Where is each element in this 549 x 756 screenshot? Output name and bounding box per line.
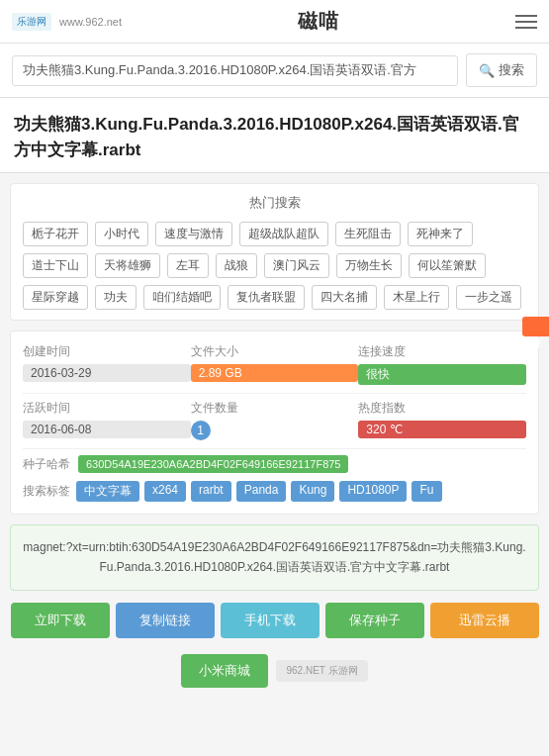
hot-tag[interactable]: 小时代 bbox=[95, 222, 148, 246]
hot-tag[interactable]: 一步之遥 bbox=[456, 285, 521, 310]
search-tags-container: 中文字幕x264rarbtPandaKungHD1080PFu bbox=[76, 481, 442, 502]
file-size-value: 2.89 GB bbox=[191, 364, 359, 382]
hot-tag[interactable]: 天将雄狮 bbox=[95, 253, 160, 278]
info-col-file-count: 文件数量 1 bbox=[191, 400, 359, 440]
info-col-connect-speed: 连接速度 很快 bbox=[358, 343, 526, 385]
hot-tag[interactable]: 战狼 bbox=[216, 253, 257, 278]
site-url: www.962.net bbox=[59, 16, 122, 28]
watermark-text: 962.NET 乐游网 bbox=[286, 664, 357, 678]
hamburger-menu[interactable] bbox=[515, 15, 537, 29]
info-divider-2 bbox=[23, 448, 526, 449]
share-tab[interactable]: 分享 bbox=[522, 317, 549, 336]
create-time-label: 创建时间 bbox=[23, 343, 191, 360]
top-bar: 乐游网 www.962.net 磁喵 bbox=[0, 0, 549, 44]
file-size-label: 文件大小 bbox=[191, 343, 359, 360]
page-title-area: 功夫熊猫3.Kung.Fu.Panda.3.2016.HD1080P.x264.… bbox=[0, 98, 549, 173]
info-col-create-time: 创建时间 2016-03-29 bbox=[23, 343, 191, 382]
heat-index-label: 热度指数 bbox=[358, 400, 526, 417]
top-bar-left: 乐游网 www.962.net bbox=[12, 13, 122, 31]
active-time-date: 2016-06-08 bbox=[23, 421, 191, 438]
hot-tag[interactable]: 生死阻击 bbox=[335, 222, 401, 246]
info-divider-1 bbox=[23, 393, 526, 394]
copy-link-button[interactable]: 复制链接 bbox=[116, 603, 215, 638]
hot-tag[interactable]: 四大名捕 bbox=[312, 285, 377, 310]
thunder-button[interactable]: 迅雷云播 bbox=[430, 603, 539, 638]
hot-tag[interactable]: 咱们结婚吧 bbox=[143, 285, 221, 310]
search-tag[interactable]: x264 bbox=[144, 481, 186, 502]
hash-value[interactable]: 630D54A19E230A6A2BD4F02F649166E92117F875 bbox=[78, 455, 348, 473]
create-time-date: 2016-03-29 bbox=[23, 364, 191, 382]
logo: 磁喵 bbox=[298, 8, 339, 35]
search-input[interactable] bbox=[12, 55, 458, 86]
info-col-file-size: 文件大小 2.89 GB bbox=[191, 343, 359, 382]
search-tag[interactable]: rarbt bbox=[191, 481, 231, 502]
active-time-label: 活跃时间 bbox=[23, 400, 191, 417]
search-tag[interactable]: Panda bbox=[236, 481, 287, 502]
hamburger-line-1 bbox=[515, 15, 537, 17]
hot-tag[interactable]: 木星上行 bbox=[384, 285, 449, 310]
app-button[interactable]: 小米商城 bbox=[181, 654, 268, 688]
hamburger-line-3 bbox=[515, 27, 537, 29]
connect-speed-value: 很快 bbox=[358, 364, 526, 385]
save-seed-button[interactable]: 保存种子 bbox=[325, 603, 424, 638]
hot-tag[interactable]: 万物生长 bbox=[336, 253, 402, 278]
tags-label: 搜索标签 bbox=[23, 483, 70, 500]
tags-row: 搜索标签 中文字幕x264rarbtPandaKungHD1080PFu bbox=[23, 481, 526, 502]
hash-label: 种子哈希 bbox=[23, 456, 70, 473]
hot-tag[interactable]: 栀子花开 bbox=[23, 222, 88, 246]
search-icon: 🔍 bbox=[479, 63, 495, 78]
watermark: 962.NET 乐游网 bbox=[276, 660, 367, 682]
hot-tag[interactable]: 星际穿越 bbox=[23, 285, 88, 310]
file-count-label: 文件数量 bbox=[191, 400, 359, 417]
hot-tags-container: 栀子花开小时代速度与激情超级战队超队生死阻击死神来了道士下山天将雄狮左耳战狼澳门… bbox=[23, 222, 526, 310]
magnet-box[interactable]: magnet:?xt=urn:btih:630D54A19E230A6A2BD4… bbox=[10, 524, 539, 591]
action-buttons: 立即下载 复制链接 手机下载 保存种子 迅雷云播 bbox=[0, 591, 549, 644]
download-button[interactable]: 立即下载 bbox=[11, 603, 110, 638]
search-tag[interactable]: Kung bbox=[291, 481, 334, 502]
mobile-download-button[interactable]: 手机下载 bbox=[221, 603, 320, 638]
heat-index-value: 320 ℃ bbox=[358, 421, 526, 438]
info-row-2: 活跃时间 2016-06-08 文件数量 1 热度指数 320 ℃ bbox=[23, 400, 526, 440]
page-title: 功夫熊猫3.Kung.Fu.Panda.3.2016.HD1080P.x264.… bbox=[14, 112, 535, 162]
hot-tag[interactable]: 死神来了 bbox=[408, 222, 473, 246]
search-tag[interactable]: HD1080P bbox=[339, 481, 407, 502]
search-button[interactable]: 🔍 搜索 bbox=[466, 53, 537, 87]
magnet-text: magnet:?xt=urn:btih:630D54A19E230A6A2BD4… bbox=[23, 540, 525, 574]
bottom-area: 小米商城 962.NET 乐游网 bbox=[0, 644, 549, 698]
hot-search-title: 热门搜索 bbox=[23, 194, 526, 212]
info-col-active-time: 活跃时间 2016-06-08 bbox=[23, 400, 191, 438]
hot-tag[interactable]: 功夫 bbox=[95, 285, 137, 310]
search-tag[interactable]: Fu bbox=[412, 481, 441, 502]
search-tag[interactable]: 中文字幕 bbox=[76, 481, 139, 502]
hot-tag[interactable]: 澳门风云 bbox=[264, 253, 329, 278]
hot-tag[interactable]: 速度与激情 bbox=[155, 222, 232, 246]
site-badge: 乐游网 bbox=[12, 13, 51, 31]
hot-tag[interactable]: 道士下山 bbox=[23, 253, 88, 278]
hash-row: 种子哈希 630D54A19E230A6A2BD4F02F649166E9211… bbox=[23, 455, 526, 473]
connect-speed-label: 连接速度 bbox=[358, 343, 526, 360]
search-bar: 🔍 搜索 bbox=[0, 44, 549, 98]
hot-tag[interactable]: 何以笙箫默 bbox=[409, 253, 486, 278]
info-col-heat-index: 热度指数 320 ℃ bbox=[358, 400, 526, 438]
info-row-1: 创建时间 2016-03-29 文件大小 2.89 GB 连接速度 很快 bbox=[23, 343, 526, 385]
search-button-label: 搜索 bbox=[499, 61, 524, 79]
hot-tag[interactable]: 复仇者联盟 bbox=[228, 285, 305, 310]
hot-tag[interactable]: 超级战队超队 bbox=[239, 222, 328, 246]
hot-search-box: 热门搜索 栀子花开小时代速度与激情超级战队超队生死阻击死神来了道士下山天将雄狮左… bbox=[10, 183, 539, 321]
file-count-value: 1 bbox=[191, 421, 211, 440]
hot-tag[interactable]: 左耳 bbox=[167, 253, 209, 278]
info-section: 创建时间 2016-03-29 文件大小 2.89 GB 连接速度 很快 活跃时… bbox=[10, 331, 539, 515]
hamburger-line-2 bbox=[515, 21, 537, 23]
